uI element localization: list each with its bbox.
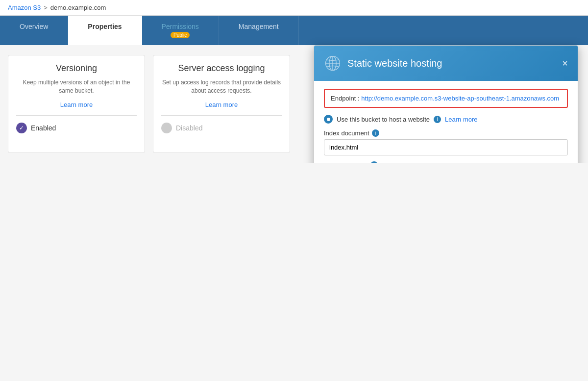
server-logging-divider <box>161 115 282 116</box>
error-doc-info-icon[interactable]: i <box>370 161 378 163</box>
use-bucket-label: Use this bucket to host a website <box>337 116 430 123</box>
index-doc-input[interactable] <box>324 139 568 155</box>
server-logging-card: Server access logging Set up access log … <box>153 55 290 153</box>
endpoint-box: Endpoint : http://demo.example.com.s3-we… <box>324 89 568 108</box>
radio-use-bucket-inner <box>327 118 330 121</box>
endpoint-url[interactable]: http://demo.example.com.s3-website-ap-so… <box>361 95 559 102</box>
server-logging-status: Disabled <box>161 123 282 133</box>
breadcrumb: Amazon S3 > demo.example.com <box>0 0 588 16</box>
static-hosting-modal: Static website hosting × Endpoint : http… <box>314 45 578 163</box>
radio-use-bucket[interactable] <box>324 115 333 124</box>
breadcrumb-separator: > <box>44 4 48 11</box>
use-bucket-info-icon[interactable]: i <box>434 116 441 123</box>
tab-bar: Overview Properties Permissions Public M… <box>0 16 588 45</box>
modal-close-button[interactable]: × <box>562 58 568 68</box>
modal-title: Static website hosting <box>347 58 442 69</box>
tab-management[interactable]: Management <box>219 16 299 45</box>
modal-body: Endpoint : http://demo.example.com.s3-we… <box>314 81 578 163</box>
index-doc-info-icon[interactable]: i <box>372 129 379 137</box>
tab-properties[interactable]: Properties <box>68 16 142 45</box>
server-logging-title: Server access logging <box>161 63 282 74</box>
versioning-title: Versioning <box>16 63 137 74</box>
radio-use-bucket-row[interactable]: Use this bucket to host a website i Lear… <box>324 115 568 124</box>
server-logging-learn-more[interactable]: Learn more <box>161 101 282 108</box>
index-doc-label: Index document i <box>324 129 568 137</box>
server-logging-status-label: Disabled <box>176 124 202 132</box>
permissions-badge: Public <box>171 32 190 38</box>
error-doc-label: Error document i <box>324 161 568 163</box>
versioning-status-icon: ✓ <box>16 123 27 133</box>
main-content: Versioning Keep multiple versions of an … <box>0 45 588 163</box>
versioning-card: Versioning Keep multiple versions of an … <box>8 55 145 153</box>
versioning-status-label: Enabled <box>31 124 56 132</box>
tab-permissions[interactable]: Permissions Public <box>142 16 219 45</box>
versioning-learn-more[interactable]: Learn more <box>16 101 137 108</box>
use-bucket-learn-more[interactable]: Learn more <box>445 116 477 123</box>
versioning-desc: Keep multiple versions of an object in t… <box>16 78 137 95</box>
breadcrumb-service[interactable]: Amazon S3 <box>8 4 41 11</box>
versioning-status: ✓ Enabled <box>16 123 137 133</box>
modal-header: Static website hosting × <box>314 46 578 81</box>
globe-icon <box>324 54 342 72</box>
breadcrumb-bucket: demo.example.com <box>50 4 106 11</box>
tab-overview[interactable]: Overview <box>0 16 68 45</box>
versioning-divider <box>16 115 137 116</box>
server-logging-status-icon <box>161 123 172 133</box>
endpoint-label: Endpoint : <box>331 95 360 102</box>
server-logging-desc: Set up access log records that provide d… <box>161 78 282 95</box>
